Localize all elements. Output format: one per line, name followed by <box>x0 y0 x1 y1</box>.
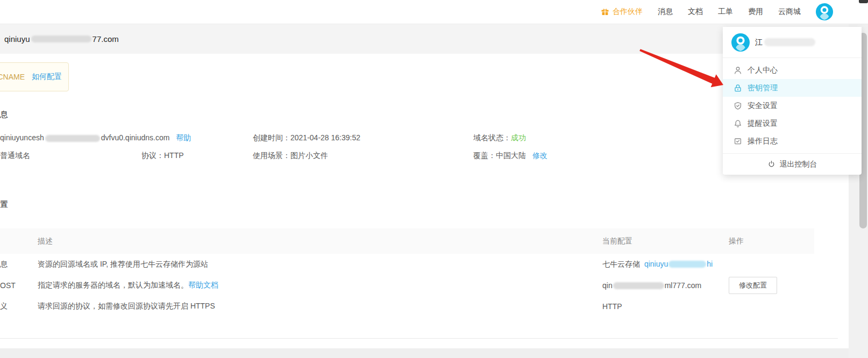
redacted-text <box>45 135 100 142</box>
row-desc: 指定请求的服务器的域名，默认为加速域名。帮助文档 <box>38 281 602 290</box>
menu-item-operation-log[interactable]: 操作日志 <box>723 132 862 150</box>
top-nav: 合作伙伴 消息 文档 工单 费用 云商城 <box>0 0 868 24</box>
help-link[interactable]: 帮助 <box>176 133 191 142</box>
basic-info-section-title: 息 <box>0 110 8 120</box>
nav-item-partner[interactable]: 合作伙伴 <box>601 7 643 17</box>
bell-icon <box>734 119 742 128</box>
nav-item-messages[interactable]: 消息 <box>658 7 673 17</box>
menu-item-security-settings[interactable]: 安全设置 <box>723 97 862 114</box>
row-desc: 资源的回源域名或 IP, 推荐使用七牛云存储作为源站 <box>38 260 602 269</box>
footer-strip <box>0 348 849 358</box>
modify-coverage-link[interactable]: 修改 <box>532 151 547 160</box>
redacted-text <box>668 261 706 268</box>
domain-type: 普通域名 <box>0 150 30 161</box>
menu-item-key-management[interactable]: 密钥管理 <box>723 79 862 97</box>
logout-button[interactable]: 退出控制台 <box>723 153 862 175</box>
window-corner-decoration <box>859 0 868 3</box>
table-row: 息 资源的回源域名或 IP, 推荐使用七牛云存储作为源站 七牛云存储 qiniu… <box>0 254 814 275</box>
gift-icon <box>601 8 609 16</box>
row-name-partial: OST <box>0 281 38 290</box>
row-name-partial: 义 <box>0 302 38 311</box>
column-desc: 描述 <box>38 237 602 246</box>
modify-config-button[interactable]: 修改配置 <box>729 277 777 294</box>
table-row: 义 请求回源的协议，如需修改回源协议请先开启 HTTPS HTTP <box>0 296 814 317</box>
cname-notice: CNAME 如何配置 <box>0 62 69 91</box>
shield-check-icon <box>734 102 742 110</box>
column-config: 当前配置 <box>602 237 729 246</box>
user-menu-list: 个人中心 密钥管理 安全设置 提醒设置 <box>723 58 862 153</box>
section-divider <box>0 338 838 339</box>
annotation-arrow <box>637 47 729 90</box>
cname-label: CNAME <box>0 73 25 81</box>
domain-title: qiniuyu77.com <box>4 34 119 44</box>
created-time: 创建时间：2021-04-28 16:39:52 <box>253 132 360 143</box>
nav-item-label: 合作伙伴 <box>613 7 643 17</box>
coverage: 覆盖：中国大陆 修改 <box>473 150 547 161</box>
menu-item-reminder-settings[interactable]: 提醒设置 <box>723 114 862 132</box>
table-header: 描述 当前配置 操作 <box>0 228 814 254</box>
user-name: 江 <box>755 38 815 47</box>
lock-icon <box>734 84 742 92</box>
how-to-configure-link[interactable]: 如何配置 <box>32 72 62 82</box>
nav-item-billing[interactable]: 费用 <box>748 7 763 17</box>
operation-log-icon <box>734 137 742 146</box>
origin-bucket-link[interactable]: qiniuyuhi <box>644 260 713 268</box>
row-desc: 请求回源的协议，如需修改回源协议请先开启 HTTPS <box>38 302 602 311</box>
usage-scenario: 使用场景：图片小文件 <box>253 150 328 161</box>
power-icon <box>767 160 775 168</box>
avatar[interactable] <box>816 3 833 20</box>
nav-item-tickets[interactable]: 工单 <box>718 7 733 17</box>
row-config: qinml777.com <box>602 281 729 290</box>
cname-value: qiniuyunceshdvfvu0.qiniudns.com 帮助 <box>0 132 191 143</box>
table-row: OST 指定请求的服务器的域名，默认为加速域名。帮助文档 qinml777.co… <box>0 275 814 296</box>
redacted-text <box>613 282 664 289</box>
menu-item-personal-center[interactable]: 个人中心 <box>723 61 862 79</box>
nav-item-docs[interactable]: 文档 <box>688 7 703 17</box>
origin-config-table: 描述 当前配置 操作 息 资源的回源域名或 IP, 推荐使用七牛云存储作为源站 … <box>0 228 814 317</box>
status-value: 成功 <box>511 133 526 142</box>
redacted-text <box>764 38 815 46</box>
row-name-partial: 息 <box>0 260 38 269</box>
help-doc-link[interactable]: 帮助文档 <box>188 281 218 289</box>
row-config: HTTP <box>602 302 729 311</box>
row-config: 七牛云存储 qiniuyuhi <box>602 260 729 269</box>
avatar <box>731 33 750 52</box>
user-icon <box>734 66 742 75</box>
protocol: 协议：HTTP <box>141 150 184 161</box>
nav-item-marketplace[interactable]: 云商城 <box>778 7 801 17</box>
redacted-text <box>31 35 91 42</box>
origin-config-section-title: 置 <box>0 199 8 210</box>
user-info: 江 <box>723 27 862 58</box>
user-menu-dropdown: 江 个人中心 密钥管理 安全设置 <box>723 27 862 175</box>
domain-status: 域名状态：成功 <box>473 132 526 143</box>
column-action: 操作 <box>729 237 814 246</box>
